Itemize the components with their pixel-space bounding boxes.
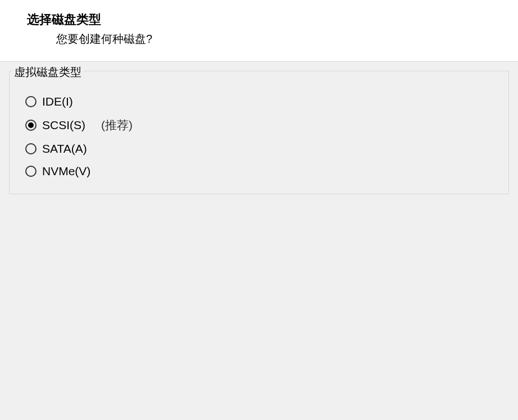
content-area: 虚拟磁盘类型 IDE(I)SCSI(S)(推荐)SATA(A)NVMe(V) <box>0 62 518 203</box>
radio-label: NVMe(V) <box>42 165 90 178</box>
radio-option-ide[interactable]: IDE(I) <box>21 90 497 113</box>
radio-label: IDE(I) <box>42 95 73 108</box>
radio-dot-icon <box>28 122 34 128</box>
radio-label: SATA(A) <box>42 142 87 156</box>
radio-icon <box>25 96 37 107</box>
page-title: 选择磁盘类型 <box>0 11 518 28</box>
radio-icon <box>25 143 37 154</box>
page-subtitle: 您要创建何种磁盘? <box>0 31 518 47</box>
radio-option-scsi[interactable]: SCSI(S)(推荐) <box>21 113 497 138</box>
radio-container: IDE(I)SCSI(S)(推荐)SATA(A)NVMe(V) <box>21 90 497 182</box>
radio-label: SCSI(S) <box>42 118 85 132</box>
radio-icon <box>25 120 37 131</box>
radio-option-sata[interactable]: SATA(A) <box>21 138 497 160</box>
wizard-header: 选择磁盘类型 您要创建何种磁盘? <box>0 0 518 62</box>
radio-option-nvme[interactable]: NVMe(V) <box>21 160 497 182</box>
disk-type-group: 虚拟磁盘类型 IDE(I)SCSI(S)(推荐)SATA(A)NVMe(V) <box>9 71 509 194</box>
radio-icon <box>25 166 37 177</box>
radio-hint: (推荐) <box>101 117 133 133</box>
group-legend: 虚拟磁盘类型 <box>12 65 84 80</box>
